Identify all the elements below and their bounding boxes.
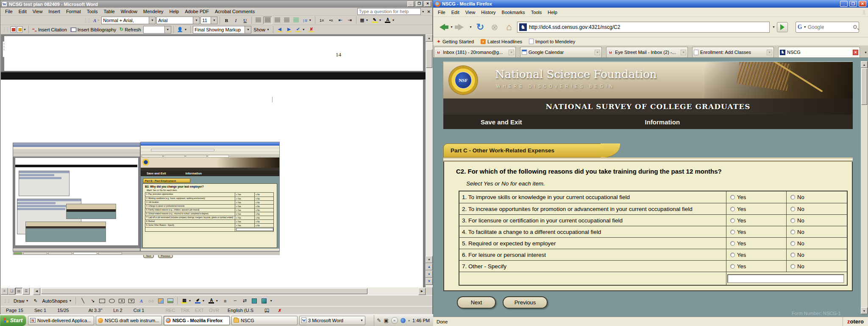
- menu-bookmarks[interactable]: Bookmarks: [499, 9, 528, 16]
- font-combo-dropdown-icon[interactable]: ▼: [193, 17, 199, 24]
- tab-google-calendar[interactable]: Google Calendar✕: [520, 47, 602, 57]
- justify-icon[interactable]: [282, 17, 291, 24]
- insert-citation-button[interactable]: “„Insert Citation: [31, 26, 68, 34]
- volume-tray-icon[interactable]: ▪: [408, 318, 410, 323]
- previous-page-icon[interactable]: ▲: [426, 263, 433, 270]
- menu-view[interactable]: View: [462, 9, 479, 16]
- scroll-down-icon[interactable]: ▼: [426, 256, 433, 263]
- other-specify-input[interactable]: [727, 274, 844, 283]
- 3d-style-icon[interactable]: [260, 297, 268, 305]
- distributed-icon[interactable]: [292, 17, 300, 24]
- ask-help-dropdown-icon[interactable]: ▼: [422, 10, 425, 13]
- no-radio-6[interactable]: [790, 253, 795, 257]
- hide-icons-chevron[interactable]: «: [391, 317, 398, 324]
- page-scrollbar[interactable]: ▲ ▼: [861, 61, 868, 314]
- rectangle-icon[interactable]: [98, 297, 106, 305]
- bookmark-getting-started[interactable]: ✦Getting Started: [437, 39, 474, 45]
- tab-close-icon[interactable]: ✕: [595, 50, 600, 55]
- web-layout-view-icon[interactable]: ❏: [8, 288, 15, 295]
- reviewer-icon[interactable]: 👤▼: [176, 26, 189, 34]
- status-rec-toggle[interactable]: REC: [165, 308, 175, 313]
- go-button[interactable]: [777, 22, 788, 32]
- taskbar-button-nscg-draft[interactable]: NSCG draft web instrum...: [96, 316, 162, 325]
- back-icon[interactable]: [436, 21, 448, 34]
- taskbar-button-nscg-folder[interactable]: NSCG: [231, 316, 298, 325]
- yes-radio-7[interactable]: [730, 264, 735, 269]
- tab-close-icon[interactable]: ✕: [767, 50, 772, 55]
- minimize-button[interactable]: _: [407, 1, 414, 7]
- pen-tray-icon[interactable]: ✎: [377, 318, 381, 323]
- normal-view-icon[interactable]: ≡: [1, 288, 8, 295]
- scroll-down-icon[interactable]: ▼: [861, 307, 868, 314]
- no-radio-1[interactable]: [790, 195, 795, 200]
- word-horizontal-scrollbar[interactable]: ≡ ❏ ▤ ☰ ◀ ▶: [1, 287, 426, 295]
- styles-icon[interactable]: A≡: [92, 17, 100, 24]
- size-combo-dropdown-icon[interactable]: ▼: [211, 17, 217, 24]
- no-radio-7[interactable]: [790, 264, 795, 269]
- insert-bibliography-button[interactable]: Insert Bibliography: [69, 26, 117, 34]
- tab-inbox[interactable]: MInbox (181) - 20romano@g...✕: [434, 47, 516, 57]
- yes-radio-3[interactable]: [730, 218, 735, 223]
- novell-tray-icon[interactable]: [401, 318, 406, 323]
- outline-view-icon[interactable]: ☰: [22, 288, 30, 295]
- no-radio-5[interactable]: [790, 241, 795, 246]
- dash-style-icon[interactable]: ┄: [231, 297, 239, 305]
- restore-button[interactable]: ❐: [416, 1, 423, 7]
- citation-style-combo[interactable]: ▼: [143, 26, 171, 34]
- menu-tools[interactable]: Tools: [528, 9, 545, 16]
- tab-close-icon[interactable]: ✕: [853, 50, 858, 55]
- select-browse-object-icon[interactable]: ●: [426, 270, 433, 278]
- bullets-icon[interactable]: •≡: [327, 17, 335, 24]
- font-size-combo[interactable]: 11▼: [200, 17, 217, 24]
- shadow-style-icon[interactable]: [250, 297, 259, 305]
- menu-window[interactable]: Window: [118, 8, 140, 15]
- yes-radio-5[interactable]: [730, 241, 735, 246]
- select-objects-icon[interactable]: ⇖: [31, 297, 40, 305]
- yes-radio-4[interactable]: [730, 230, 735, 234]
- menu-mendeley[interactable]: Mendeley: [140, 8, 167, 15]
- wordart-icon[interactable]: A: [137, 297, 145, 305]
- yes-radio-6[interactable]: [730, 253, 735, 257]
- align-right-icon[interactable]: [273, 17, 281, 24]
- menu-help[interactable]: Help: [545, 9, 560, 16]
- tab-eye-street-mail[interactable]: MEye Street Mail - Inbox (2) -...✕: [606, 47, 688, 57]
- previous-button[interactable]: Previous: [503, 296, 548, 309]
- status-ovr-toggle[interactable]: OVR: [209, 308, 219, 313]
- bookmark-import-to-mendeley[interactable]: Import to Mendeley: [529, 39, 575, 44]
- font-combo[interactable]: Arial▼: [156, 17, 200, 24]
- oval-icon[interactable]: [108, 297, 116, 305]
- scroll-thumb[interactable]: [861, 68, 867, 105]
- vertical-text-box-icon[interactable]: ∀: [127, 297, 136, 305]
- numbering-icon[interactable]: 1≡: [317, 17, 326, 24]
- style-combo[interactable]: Normal + Arial,▼: [101, 17, 156, 24]
- line-style-icon[interactable]: ≡: [221, 297, 229, 305]
- search-engine-dropdown-icon[interactable]: ▼: [804, 25, 807, 28]
- menu-edit[interactable]: Edit: [448, 9, 462, 16]
- menu-help[interactable]: Help: [167, 8, 182, 15]
- show-menu-button[interactable]: Show▼: [252, 26, 270, 34]
- scroll-right-icon[interactable]: ▶: [418, 288, 426, 295]
- fill-color-icon[interactable]: ▨▼: [180, 297, 192, 305]
- restore-button[interactable]: ❐: [849, 1, 857, 7]
- display-for-review-combo[interactable]: Final Showing Markup▼: [193, 26, 251, 34]
- scroll-up-icon[interactable]: ▲: [861, 61, 868, 68]
- taskbar-button-novell[interactable]: NNovell-delivered Applica...: [28, 316, 94, 325]
- tablet-tray-icon[interactable]: ▣: [384, 318, 388, 323]
- save-and-exit-link[interactable]: Save and Exit: [481, 118, 522, 126]
- menu-edit[interactable]: Edit: [16, 8, 30, 15]
- menu-view[interactable]: View: [30, 8, 46, 15]
- document-page-15[interactable]: Save and Exit Information Part B - Past …: [1, 80, 423, 287]
- drawbar-overflow-icon[interactable]: ▼: [270, 299, 273, 302]
- reject-change-icon[interactable]: ✘: [307, 26, 316, 34]
- no-radio-3[interactable]: [790, 218, 795, 223]
- document-close-icon[interactable]: ✕: [427, 9, 431, 14]
- diagram-icon[interactable]: ○○: [147, 297, 155, 305]
- search-icon[interactable]: [853, 25, 857, 29]
- align-left-icon[interactable]: [254, 17, 262, 24]
- next-page-icon[interactable]: ▼: [426, 278, 433, 285]
- menu-file[interactable]: File: [435, 9, 448, 16]
- status-ext-toggle[interactable]: EXT: [195, 308, 204, 313]
- style-combo-dropdown-icon[interactable]: ▼: [149, 17, 155, 24]
- decrease-indent-icon[interactable]: ⇤: [336, 17, 345, 24]
- line-spacing-icon[interactable]: ↕≡▼: [301, 17, 313, 24]
